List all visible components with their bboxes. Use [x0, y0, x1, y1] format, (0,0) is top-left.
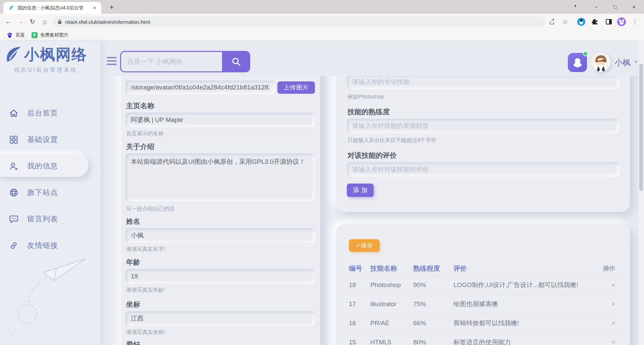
sidebar-item-messages[interactable]: 留言列表 — [0, 206, 101, 232]
sidebar-item-label: 旗下站点 — [27, 188, 58, 198]
username-label[interactable]: 小枫 — [614, 57, 631, 68]
cell-level: 66% — [413, 320, 453, 327]
table-row: 16 PR/AE 66% 剪辑特效都可以找我噢! × — [349, 314, 617, 333]
cell-name: Illustrator — [370, 300, 413, 308]
page-scrollbar-thumb[interactable] — [639, 64, 643, 191]
delete-row-icon[interactable]: × — [598, 301, 617, 308]
cell-level: 75% — [413, 300, 453, 308]
address-bar[interactable]: nitai4.xfwl.club/admin/information.html — [53, 16, 545, 27]
skill-level-helper: 只能输入百分比并且不能超过4个字符 — [347, 137, 619, 143]
skill-level-label: 技能的熟练度 — [347, 108, 619, 116]
url-text: nitai4.xfwl.club/admin/information.html — [65, 19, 150, 25]
save-button[interactable]: ✓保存 — [349, 239, 380, 252]
user-avatar[interactable] — [591, 53, 610, 72]
col-id: 编号 — [349, 264, 370, 273]
age-input[interactable] — [125, 269, 315, 284]
site-search — [120, 51, 250, 72]
homepage-name-helper: 首页展示的名称 — [126, 131, 314, 137]
bookmark-baidu[interactable]: 百度 — [7, 32, 25, 38]
browser-profile-avatar[interactable] — [616, 17, 627, 27]
cell-evaluate: 绘图也很腻害噢 — [453, 300, 598, 308]
side-panel-icon[interactable] — [604, 17, 614, 27]
cell-level: 80% — [413, 339, 453, 345]
home-button[interactable]: ⌂ — [40, 17, 50, 27]
online-status-dot — [583, 51, 588, 56]
pixabay-icon: P — [32, 32, 38, 38]
cell-name: Photoshop — [370, 281, 413, 289]
delete-row-icon[interactable]: × — [598, 339, 617, 345]
skill-name-helper: 例如Photoshop — [347, 94, 619, 100]
skill-level-input[interactable] — [347, 119, 619, 133]
bookmark-star-icon[interactable]: ☆ — [560, 17, 570, 27]
site-favicon-icon — [9, 5, 15, 11]
name-input[interactable] — [125, 228, 315, 243]
baidu-paw-icon — [7, 32, 13, 38]
sidebar-item-label: 我的信息 — [27, 161, 58, 171]
forward-button[interactable]: → — [15, 17, 25, 27]
share-icon[interactable] — [547, 17, 557, 27]
delete-row-icon[interactable]: × — [598, 282, 617, 289]
sidebar-item-dashboard[interactable]: 后台首页 — [0, 100, 101, 126]
cell-id: 16 — [349, 320, 370, 327]
bookmark-label: 百度 — [15, 32, 25, 38]
skills-table-card: ✓保存 编号 技能名称 熟练程度 评价 操作 18 Photoshop 90% … — [336, 224, 630, 345]
location-helper: 请填写真实坐标! — [126, 329, 314, 335]
qq-penguin-icon — [572, 57, 583, 68]
skill-evaluate-input[interactable] — [347, 162, 619, 177]
sidebar-item-my-info[interactable]: 我的信息 — [0, 153, 101, 179]
bookmark-pixabay[interactable]: P 免费素材图片 — [32, 32, 68, 38]
extension-qq-icon[interactable] — [576, 17, 586, 27]
skill-name-input[interactable] — [347, 76, 619, 89]
cell-level: 90% — [413, 281, 453, 289]
delete-row-icon[interactable]: × — [598, 320, 617, 327]
profile-card: 上传图片 主页名称 首页展示的名称 关于介绍 本站前端源代码以及UI图由小枫原创… — [121, 76, 320, 345]
admin-app: 小枫网络 拟态UI后台管理系统 后台首页 基础设置 我的信息 旗下站点 留 — [0, 41, 644, 345]
homepage-name-input[interactable] — [125, 113, 315, 127]
tab-close-icon[interactable]: × — [91, 5, 98, 11]
sidebar-menu: 后台首页 基础设置 我的信息 旗下站点 留言列表 友情链接 — [0, 100, 101, 259]
sidebar: 小枫网络 拟态UI后台管理系统 后台首页 基础设置 我的信息 旗下站点 留 — [0, 41, 101, 345]
cell-id: 15 — [349, 339, 370, 345]
col-evaluate: 评价 — [453, 264, 598, 273]
sidebar-item-sites[interactable]: 旗下站点 — [0, 179, 101, 206]
search-button[interactable] — [222, 51, 250, 72]
browser-tabstrip: 我的信息 - 小枫拟态ui4.0后台管 × + ▾ − □ × — [0, 0, 644, 14]
add-skill-button[interactable]: 添 加 — [347, 184, 374, 197]
hamburger-menu-icon[interactable] — [107, 57, 117, 67]
search-icon — [231, 57, 241, 67]
new-tab-button[interactable]: + — [107, 3, 117, 13]
avatar-path-input[interactable] — [125, 80, 275, 94]
app-logo[interactable]: 小枫网络 — [4, 45, 87, 65]
tab-title: 我的信息 - 小枫拟态ui4.0后台管 — [17, 5, 85, 11]
skills-table-header: 编号 技能名称 熟练程度 评价 操作 — [349, 261, 617, 275]
table-row: 15 HTML5 80% 标签语言的使用能力 × — [349, 333, 617, 345]
about-textarea[interactable]: 本站前端源代码以及UI图由小枫原创，采用GPL3.0开源协议！ — [125, 153, 315, 201]
cell-name: PR/AE — [370, 320, 413, 327]
extensions-puzzle-icon[interactable] — [590, 17, 600, 27]
browser-tab[interactable]: 我的信息 - 小枫拟态ui4.0后台管 × — [3, 2, 101, 14]
window-maximize-button[interactable]: □ — [606, 0, 624, 14]
reload-button[interactable]: ↻ — [28, 17, 38, 27]
back-button[interactable]: ← — [3, 17, 13, 27]
age-label: 年龄 — [126, 258, 314, 266]
window-minimize-button[interactable]: − — [588, 0, 605, 14]
window-close-button[interactable]: × — [625, 0, 643, 14]
location-input[interactable] — [125, 311, 315, 326]
browser-menu-icon[interactable]: ⋮ — [630, 17, 640, 27]
content-scroll-area: 上传图片 主页名称 首页展示的名称 关于介绍 本站前端源代码以及UI图由小枫原创… — [101, 76, 639, 345]
name-label: 姓名 — [126, 217, 314, 225]
user-dropdown-caret-icon[interactable]: ▾ — [635, 59, 637, 64]
upload-image-button[interactable]: 上传图片 — [277, 81, 315, 94]
sidebar-item-label: 基础设置 — [27, 135, 58, 145]
logo-subtitle: 拟态UI后台管理系统 — [14, 67, 77, 74]
sidebar-item-settings[interactable]: 基础设置 — [0, 126, 101, 153]
search-input[interactable] — [120, 51, 222, 72]
bookmark-label: 免费素材图片 — [40, 32, 68, 38]
tab-search-icon[interactable]: ▾ — [574, 3, 577, 8]
table-row: 17 Illustrator 75% 绘图也很腻害噢 × — [349, 294, 617, 314]
col-name: 技能名称 — [370, 264, 413, 273]
cell-evaluate: 标签语言的使用能力 — [453, 338, 598, 345]
skill-evaluate-label: 对该技能的评价 — [347, 151, 619, 159]
paper-plane-doodle — [10, 249, 97, 339]
sidebar-item-label: 留言列表 — [27, 214, 58, 224]
